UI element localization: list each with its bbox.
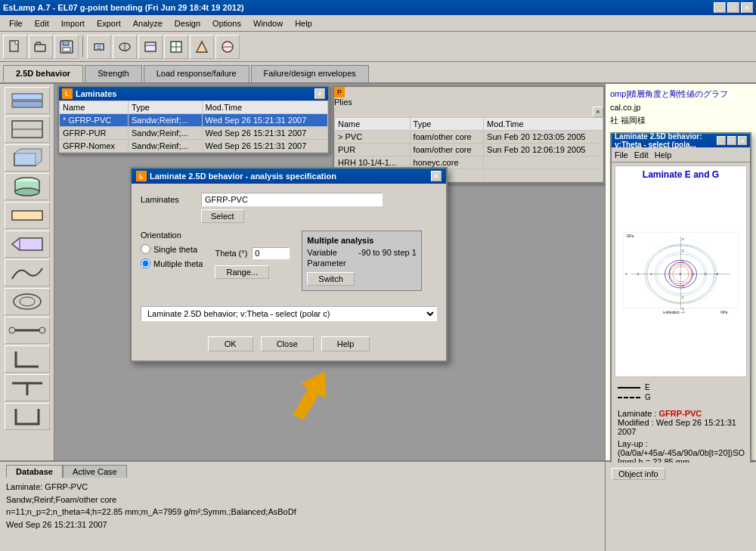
status-tab-database[interactable]: Database	[6, 465, 63, 478]
laminates-table-row-2[interactable]: GFRP-Nomex Sandw;Reinf;... Wed Sep 26 15…	[60, 140, 328, 153]
tab-strength[interactable]: Strength	[85, 65, 142, 82]
sidebar-icon-beam[interactable]	[5, 231, 50, 258]
svg-rect-10	[145, 42, 156, 51]
lam-cell-name-2: GFRP-Nomex	[60, 140, 129, 153]
tab-failure-envelopes[interactable]: Failure/design envelopes	[251, 65, 369, 82]
lam-cell-name-1: GFRP-PUR	[60, 127, 129, 140]
laminates-field-label: Laminates	[141, 193, 201, 204]
dialog-icon: L	[136, 171, 147, 181]
multiple-theta-radio-row: Multiple theta	[141, 258, 203, 268]
multiple-theta-radio[interactable]	[141, 258, 150, 268]
analysis-dialog-close-icon[interactable]: ×	[431, 171, 442, 181]
graph-menu-file[interactable]: File	[615, 150, 628, 159]
plies-icon: P	[334, 87, 345, 98]
menu-window[interactable]: Window	[247, 17, 289, 29]
close-button[interactable]: Close	[261, 336, 314, 351]
help-button[interactable]: Help	[321, 336, 370, 351]
range-button[interactable]: Range...	[215, 265, 269, 279]
toolbar	[0, 32, 756, 62]
select-button[interactable]: Select	[201, 209, 244, 223]
plies-table-row-0[interactable]: > PVC foam/other core Sun Feb 20 12:03:0…	[335, 131, 603, 144]
tb-new-icon[interactable]	[3, 35, 27, 59]
svg-marker-30	[12, 238, 42, 250]
sidebar-icon-layers[interactable]	[5, 87, 50, 114]
tb-save-icon[interactable]	[54, 35, 79, 59]
title-bar-buttons: _ □ ×	[714, 2, 753, 13]
tb-icon9[interactable]	[215, 35, 240, 59]
orientation-section-label: Orientation	[141, 231, 203, 240]
dropdown-row: Laminate 2.5D behavior; v:Theta - select…	[141, 306, 437, 329]
svg-point-32	[14, 294, 41, 309]
analysis-dialog-title: L Laminate 2.5D behavior - analysis spec…	[132, 169, 446, 184]
sidebar-icon-rod[interactable]	[5, 317, 50, 344]
switch-button[interactable]: Switch	[307, 272, 354, 286]
menu-help[interactable]: Help	[289, 17, 318, 29]
tab-load-response[interactable]: Load response/failure	[144, 65, 249, 82]
sidebar-icon-plate[interactable]	[5, 202, 50, 229]
status-tab-active-case[interactable]: Active Case	[63, 465, 127, 478]
ok-button[interactable]: OK	[208, 336, 253, 351]
tb-open-icon[interactable]	[29, 35, 53, 59]
graph-minimize-btn[interactable]: _	[717, 136, 726, 145]
graph-menu-help[interactable]: Help	[655, 150, 672, 159]
orientation-label-col: Orientation Single theta Multiple theta	[141, 231, 203, 299]
laminates-text-field[interactable]	[201, 193, 383, 206]
graph-laminate-value: GFRP-PVC	[658, 409, 702, 418]
close-btn[interactable]: ×	[741, 2, 753, 13]
graph-close-btn[interactable]: ×	[738, 136, 747, 145]
laminates-field: Laminates Select	[141, 193, 437, 223]
menu-file[interactable]: File	[3, 17, 29, 29]
tb-icon4[interactable]	[87, 35, 111, 59]
single-theta-radio[interactable]	[141, 244, 150, 254]
sidebar-icon-tshape[interactable]	[5, 374, 50, 401]
laminates-icon: L	[62, 88, 73, 99]
menu-design[interactable]: Design	[169, 17, 206, 29]
laminates-table-row-0[interactable]: * GFRP-PVC Sandw;Reinf;... Wed Sep 26 15…	[60, 114, 328, 127]
graph-modified-row: Modified : Wed Sep 26 15:21:31 2007	[618, 418, 744, 436]
svg-point-26	[15, 188, 39, 196]
orientation-section: Orientation Single theta Multiple theta	[141, 231, 437, 299]
status-left: Database Active Case Laminate: GFRP-PVC …	[0, 462, 605, 551]
plies-close-btn[interactable]: ×	[593, 107, 603, 117]
graph-maximize-btn[interactable]: □	[727, 136, 736, 145]
single-theta-radio-row: Single theta	[141, 244, 203, 254]
plies-table-row-1[interactable]: PUR foam/other core Sun Feb 20 12:06:19 …	[335, 144, 603, 156]
right-panel-link[interactable]: omp]積層角度と剛性値のグラフ	[610, 88, 751, 100]
menu-export[interactable]: Export	[91, 17, 127, 29]
svg-rect-19	[12, 101, 42, 107]
tab-2-5d-behavior[interactable]: 2.5D behavior	[3, 65, 83, 82]
multiple-analysis-box: Multiple analysis Variable -90 to 90 ste…	[302, 231, 421, 291]
sidebar-icon-tube[interactable]	[5, 288, 50, 315]
sidebar-icon-box[interactable]	[5, 144, 50, 172]
svg-text:GPa: GPa	[720, 311, 728, 314]
dialog-title-text: Laminate 2.5D behavior - analysis specif…	[150, 172, 336, 181]
menu-bar: File Edit Import Export Analyze Design O…	[0, 15, 756, 32]
tb-icon7[interactable]	[164, 35, 188, 59]
menu-analyze[interactable]: Analyze	[127, 17, 169, 29]
menu-import[interactable]: Import	[55, 17, 91, 29]
theta-value-input[interactable]	[252, 247, 290, 259]
menu-edit[interactable]: Edit	[29, 17, 55, 29]
svg-point-33	[20, 297, 35, 306]
variable-row: Variable -90 to 90 step 1	[307, 248, 416, 257]
tb-icon5[interactable]	[113, 35, 137, 59]
sidebar-icon-lshape[interactable]	[5, 345, 50, 373]
lam-cell-time-2: Wed Sep 26 15:21:31 2007	[202, 140, 327, 153]
tb-icon6[interactable]	[138, 35, 163, 59]
legend-e-row: E	[618, 383, 744, 392]
tb-icon8[interactable]	[190, 35, 214, 59]
sidebar-icon-frame[interactable]	[5, 116, 50, 143]
svg-marker-15	[197, 42, 207, 52]
minimize-btn[interactable]: _	[714, 2, 726, 13]
laminates-table-row-1[interactable]: GFRP-PUR Sandw;Reinf;... Wed Sep 26 15:2…	[60, 127, 328, 140]
sidebar-icon-shell[interactable]	[5, 259, 50, 286]
menu-options[interactable]: Options	[206, 17, 247, 29]
sidebar-icon-cylinder[interactable]	[5, 173, 50, 200]
object-info-button[interactable]: Object info	[612, 468, 665, 480]
maximize-btn[interactable]: □	[727, 2, 739, 13]
laminates-close-btn[interactable]: ×	[314, 88, 325, 99]
analysis-dropdown[interactable]: Laminate 2.5D behavior; v:Theta - select…	[141, 306, 437, 321]
col-type: Type	[129, 101, 202, 114]
sidebar-icon-ubeam[interactable]	[5, 403, 50, 430]
graph-menu-edit[interactable]: Edit	[634, 150, 649, 159]
